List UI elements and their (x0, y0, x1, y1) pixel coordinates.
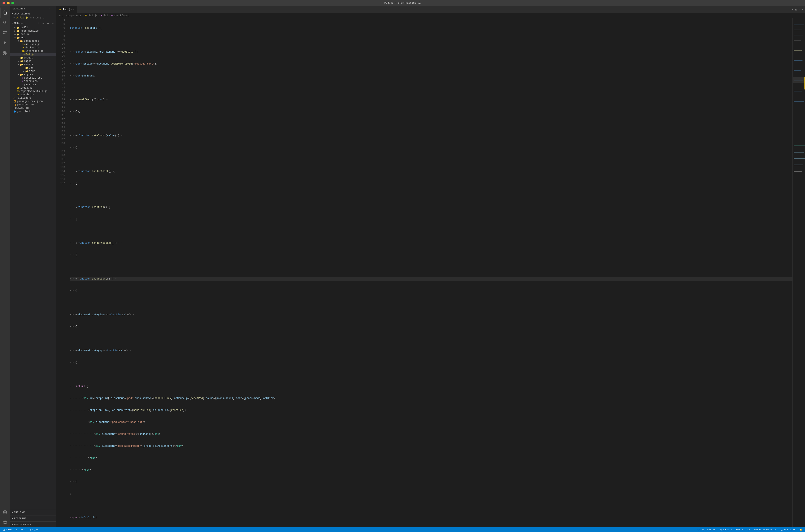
split-editor-icon[interactable]: ⊡ (792, 8, 793, 11)
code-line-27: ····} (70, 146, 792, 150)
cursor-position-status[interactable]: Ln 75, Col 28 (697, 529, 716, 531)
tree-item-images[interactable]: ▶ 📁 images (10, 56, 56, 59)
close-button[interactable] (2, 2, 5, 4)
tree-item-reportwebvitals-js[interactable]: JS reportWebVitals.js (10, 90, 56, 93)
notifications-icon: 🔔 (800, 529, 803, 531)
extensions-activity-icon[interactable] (0, 48, 10, 58)
maximize-button[interactable] (11, 2, 14, 4)
md-file-icon: ℹ (14, 107, 14, 110)
collapse-icon[interactable]: ▶ (76, 134, 77, 138)
tree-item-index-css[interactable]: # index.css (10, 80, 56, 83)
tree-item-pages[interactable]: ▶ 📁 pages (10, 59, 56, 63)
notifications-status[interactable]: 🔔 (799, 529, 803, 531)
tree-item-sounds[interactable]: ▶ 📂 sounds (10, 63, 56, 66)
errors-label: 0 (32, 529, 33, 531)
collapse-icon[interactable]: ▶ (76, 98, 77, 102)
explorer-activity-icon[interactable] (0, 7, 10, 18)
refresh-icon[interactable]: ↻ (46, 21, 50, 25)
open-editors-section[interactable]: ▼ OPEN EDITORS (10, 12, 56, 16)
open-editor-pad-js[interactable]: ✕ JS Pad.js src/comp... (10, 16, 56, 20)
tree-item-gitignore[interactable]: ⬡ .gitignore (10, 96, 56, 100)
errors-status[interactable]: ⊘ 0 ⚠ 0 (29, 529, 39, 531)
encoding-status[interactable]: UTF-8 (735, 529, 744, 531)
tree-item-button-js[interactable]: JS Button.js (10, 46, 56, 50)
run-activity-icon[interactable] (0, 38, 10, 48)
outline-header[interactable]: ▶ OUTLINE (10, 510, 56, 514)
minimap (792, 18, 805, 527)
collapse-icon[interactable]: ▶ (76, 205, 77, 209)
open-editor-path: src/comp... (30, 17, 45, 19)
tree-item-index-js[interactable]: JS index.js (10, 86, 56, 90)
tree-item-build[interactable]: ▶ 📁 build (10, 26, 56, 29)
collapse-icon[interactable]: ▶ (76, 349, 77, 353)
breadcrumb-checkcount[interactable]: checkCount (114, 14, 129, 17)
error-icon: ⊘ (30, 529, 31, 531)
folder-icon: 📁 (17, 26, 20, 29)
code-line-193: ········</div> (70, 468, 792, 472)
minimap-svg (793, 18, 805, 527)
settings-activity-icon[interactable] (0, 517, 10, 527)
tab-pad-js[interactable]: JS Pad.js ✕ (56, 6, 77, 13)
formatter-status[interactable]: () Prettier (780, 529, 796, 531)
npm-scripts-header[interactable]: ▶ NPM SCRIPTS (10, 522, 56, 527)
npm-scripts-section: ▶ NPM SCRIPTS (10, 521, 56, 527)
timeline-header[interactable]: ▶ TIMELINE (10, 516, 56, 520)
source-control-activity-icon[interactable] (0, 28, 10, 38)
tree-item-node-modules[interactable]: ▶ 📁 node_modules (10, 29, 56, 33)
indentation-status[interactable]: Spaces: 4 (719, 529, 733, 531)
language-status[interactable]: Babel JavaScript (753, 529, 777, 531)
tree-item-components[interactable]: ▶ 📂 components (10, 39, 56, 43)
tree-item-pads-css[interactable]: # pads.css (10, 83, 56, 86)
line-ending-status[interactable]: LF (747, 529, 751, 531)
collapse-all-icon[interactable]: ⊟ (51, 21, 55, 25)
breadcrumb-pad[interactable]: Pad (104, 14, 108, 17)
tab-close-icon[interactable]: ✕ (73, 8, 74, 11)
more-actions-icon[interactable]: ··· (799, 8, 803, 11)
code-lines[interactable]: function·Pad(props)·{ ···· ····const·[pa… (68, 18, 792, 527)
code-editor[interactable]: 4 5 6 7 8 9 10 18 19 20 27 28 29 35 (56, 18, 792, 527)
git-branch-status[interactable]: ⎇ main (2, 529, 12, 531)
breadcrumb-components[interactable]: components (67, 14, 81, 17)
tree-item-cat[interactable]: ▶ 📁 cat (10, 66, 56, 70)
sidebar-more-icon[interactable]: ··· (49, 7, 54, 10)
folder-icon: 📁 (17, 33, 20, 36)
tree-item-package-json[interactable]: {} package.json (10, 103, 56, 107)
new-file-icon[interactable]: + (37, 21, 41, 25)
sync-status[interactable]: 0 ↓ 0 ↑ (15, 529, 26, 531)
minimap-highlight (793, 77, 805, 83)
account-activity-icon[interactable] (0, 507, 10, 517)
tree-item-yarn-lock[interactable]: 🔷 yarn.lock (10, 110, 56, 113)
search-activity-icon[interactable] (0, 18, 10, 28)
tree-item-readme-md[interactable]: ℹ README.md (10, 107, 56, 110)
minimize-button[interactable] (7, 2, 10, 4)
tree-item-sounds-js[interactable]: JS sounds.js (10, 93, 56, 96)
code-line-44: ····▶function·randomMessage()·{··· (70, 241, 792, 245)
tree-item-src[interactable]: ▶ 📂 src (10, 36, 56, 39)
tree-item-styles[interactable]: ▶ 📂 styles (10, 73, 56, 76)
code-line-74 (70, 265, 792, 269)
collapse-icon[interactable]: ▶ (76, 170, 77, 173)
tree-item-controls-css[interactable]: # controls.css (10, 76, 56, 80)
breadcrumb-padjs[interactable]: Pad.js (89, 14, 97, 17)
json-file-icon: {} (14, 100, 16, 103)
tree-item-package-lock-json[interactable]: {} package-lock.json (10, 100, 56, 103)
code-line-188: ········<div·id={props.id}·className="pa… (70, 396, 792, 400)
collapse-icon[interactable]: ▶ (76, 277, 77, 281)
window-title: Pad.js — drum-machine-v2 (385, 1, 421, 4)
js-file-icon: JS (22, 53, 24, 56)
timeline-section: ▶ TIMELINE (10, 515, 56, 521)
tree-item-public[interactable]: ▶ 📁 public (10, 33, 56, 36)
code-line-9 (70, 86, 792, 90)
tree-item-allpads-js[interactable]: JS AllPads.js (10, 43, 56, 46)
project-section[interactable]: ▼ DRUM-... + ⊞ ↻ ⊟ (10, 21, 56, 26)
css-file-icon: # (22, 77, 23, 79)
editor-layout-icon[interactable]: ▣ (795, 8, 797, 11)
breadcrumb-src[interactable]: src (59, 14, 63, 17)
close-editor-icon[interactable]: ✕ (14, 17, 15, 19)
tree-item-interface-js[interactable]: JS Interface.js (10, 50, 56, 53)
collapse-icon[interactable]: ▶ (76, 313, 77, 317)
tree-item-pad-js[interactable]: JS Pad.js (10, 53, 56, 56)
collapse-icon[interactable]: ▶ (76, 241, 77, 245)
new-folder-icon[interactable]: ⊞ (41, 21, 45, 25)
tree-item-drum[interactable]: ▶ 📁 drum (10, 70, 56, 73)
